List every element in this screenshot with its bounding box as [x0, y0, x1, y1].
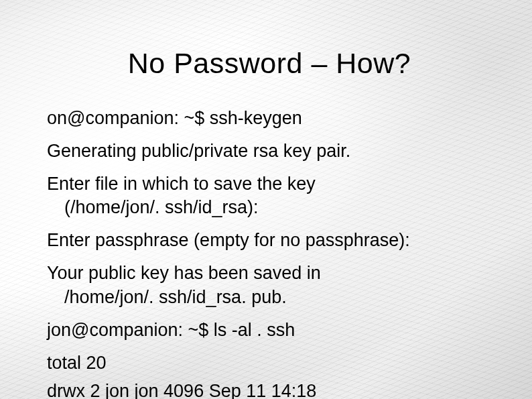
terminal-line-2: Generating public/private rsa key pair.: [47, 139, 492, 163]
terminal-line-3: Enter file in which to save the key: [47, 172, 492, 196]
terminal-line-7: total 20: [47, 351, 492, 375]
slide-content: on@companion: ~$ ssh-keygen Generating p…: [47, 107, 492, 375]
terminal-line-3b: (/home/jon/. ssh/id_rsa):: [47, 196, 492, 219]
terminal-line-6: jon@companion: ~$ ls -al . ssh: [47, 319, 492, 342]
slide-container: No Password – How? on@companion: ~$ ssh-…: [0, 0, 532, 399]
terminal-line-cutoff: drwx 2 jon jon 4096 Sep 11 14:18: [47, 381, 316, 399]
terminal-line-5b: /home/jon/. ssh/id_rsa. pub.: [47, 286, 492, 309]
terminal-line-4: Enter passphrase (empty for no passphras…: [47, 229, 492, 252]
slide-title: No Password – How?: [47, 47, 492, 80]
terminal-line-5: Your public key has been saved in: [47, 262, 492, 285]
terminal-line-1: on@companion: ~$ ssh-keygen: [47, 107, 492, 130]
